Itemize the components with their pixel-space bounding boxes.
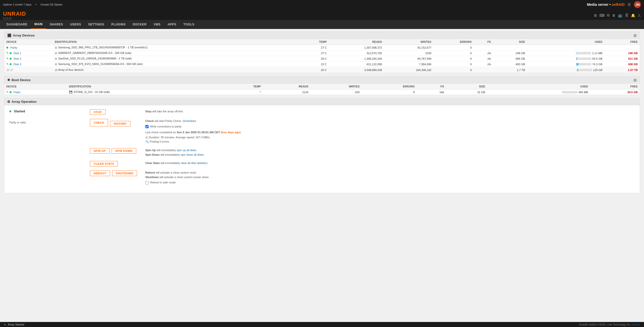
boot-device-section: ❋ Boot Device ▦ DEVICE IDENTIFICATION TE… bbox=[4, 76, 640, 95]
device-icons: ⊞ ⊟ bbox=[6, 68, 13, 72]
boot-col-temp: TEMP bbox=[222, 84, 263, 89]
reboot-desc: Reboot will activate a clean system rese… bbox=[145, 171, 635, 185]
menu-icon[interactable]: ☰ bbox=[628, 3, 631, 7]
edit-icon[interactable]: ✎ bbox=[6, 57, 9, 60]
history-button[interactable]: HISTORY bbox=[110, 121, 131, 126]
spin-down-link[interactable]: spin down all disks bbox=[181, 153, 204, 156]
nav-main[interactable]: MAIN bbox=[31, 20, 46, 29]
started-text: Started bbox=[14, 109, 25, 113]
stop-button[interactable]: STOP bbox=[90, 109, 106, 115]
boot-col-id: IDENTIFICATION bbox=[67, 84, 222, 89]
version: 6.12.13 bbox=[3, 17, 26, 20]
schedule-link[interactable]: (Schedule) bbox=[183, 119, 196, 122]
col-reads: READS bbox=[329, 39, 384, 45]
new-tab-icon[interactable]: ⊞ bbox=[594, 13, 597, 17]
device-size bbox=[493, 45, 527, 50]
edit-icon[interactable]: ✎ bbox=[6, 62, 9, 66]
nav-shares[interactable]: SHARES bbox=[46, 20, 66, 29]
logo: UNRAID bbox=[3, 11, 26, 17]
clear-stats-button[interactable]: CLEAR STATS bbox=[90, 161, 118, 167]
op-buttons-stop: STOP bbox=[90, 109, 145, 115]
used-bar bbox=[577, 69, 592, 71]
server-name: Media server • unRAID bbox=[587, 3, 625, 7]
used-bar bbox=[576, 63, 591, 66]
parity-link[interactable]: Parity bbox=[10, 46, 17, 49]
boot-icon: ❋ bbox=[7, 78, 10, 82]
device-id: 💾STORE_N_GO - 31 GB (sdb) bbox=[67, 89, 222, 95]
boot-col-device: DEVICE bbox=[4, 84, 67, 89]
avatar[interactable]: JM bbox=[634, 1, 641, 8]
device-fs bbox=[474, 45, 493, 50]
device-errors: 0 bbox=[433, 45, 474, 50]
nav-docker[interactable]: DOCKER bbox=[129, 20, 150, 29]
boot-col-writes: WRITES bbox=[310, 84, 362, 89]
spin-down-button[interactable]: SPIN DOWN bbox=[112, 148, 136, 154]
device-temp: * bbox=[222, 89, 263, 95]
duration-icon: ◎ bbox=[145, 136, 148, 139]
col-errors: ERRORS bbox=[433, 39, 474, 45]
bell-icon[interactable]: 🔔 bbox=[631, 13, 635, 17]
copy-icon[interactable]: ⧉ bbox=[607, 13, 609, 17]
spin-up-button[interactable]: SPIN UP bbox=[90, 148, 110, 154]
disk-status-dot bbox=[10, 63, 12, 65]
device-fs: zfs bbox=[474, 61, 493, 67]
monitor-icon[interactable]: 📺 bbox=[618, 13, 622, 17]
array-devices-table: DEVICE IDENTIFICATION TEMP READS WRITES … bbox=[4, 39, 640, 73]
grid-icon[interactable]: ▦ bbox=[633, 33, 637, 37]
safe-mode-checkbox[interactable] bbox=[145, 181, 149, 184]
flash-link[interactable]: Flash bbox=[14, 91, 20, 94]
op-row-spin: SPIN UP SPIN DOWN Spin Up will immediate… bbox=[9, 148, 635, 157]
device-free: 248 GB bbox=[604, 50, 640, 56]
check-button[interactable]: CHECK bbox=[90, 119, 108, 126]
device-used: 1.11 MB bbox=[527, 50, 604, 56]
stop-desc: Stop will take the array off-line. bbox=[145, 109, 635, 114]
top-bar: Uptime 1 month 7 days • Unraid OS Starte… bbox=[0, 0, 644, 9]
device-id: ▤Samsung_SSD_980_PRO_1TB_S5GXNX0W909073F… bbox=[53, 45, 299, 50]
array-op-body: Started STOP Stop will take the array of… bbox=[4, 105, 640, 193]
shutdown-button[interactable]: SHUTDOWN bbox=[112, 171, 137, 176]
device-size: 248 GB bbox=[493, 50, 527, 56]
nav-apps[interactable]: APPS bbox=[164, 20, 180, 29]
boot-col-reads: READS bbox=[263, 84, 311, 89]
spin-up-link[interactable]: spin up all disks bbox=[177, 149, 196, 152]
duration-text: Duration: 39 minutes. Average speed: 427… bbox=[149, 136, 210, 139]
server-icon[interactable]: 🗄 bbox=[625, 13, 628, 17]
terminal-icon[interactable]: ⌨ bbox=[599, 13, 604, 17]
safe-mode-label: Reboot in safe mode bbox=[150, 180, 176, 185]
device-size: 31 GB bbox=[446, 89, 487, 95]
edit-icon[interactable]: ✎ bbox=[6, 90, 9, 94]
device-temp: 22 C bbox=[299, 61, 329, 67]
header: UNRAID 6.12.13 ⊞ ⌨ ⧉ 🖥 📺 🗄 🔔 ⚠ bbox=[0, 9, 644, 20]
nav-users[interactable]: USERS bbox=[66, 20, 85, 29]
op-buttons-reboot: REBOOT SHUTDOWN bbox=[90, 171, 145, 176]
device-errors: 0 bbox=[362, 89, 417, 95]
nav-plugins[interactable]: PLUGINS bbox=[108, 20, 129, 29]
reboot-button[interactable]: REBOOT bbox=[90, 171, 110, 176]
col-used: USED bbox=[527, 39, 604, 45]
device-used: 129 GB bbox=[527, 67, 604, 73]
device-reads: 312,574,792 bbox=[329, 50, 384, 56]
disk-link[interactable]: Disk 2 bbox=[14, 57, 21, 60]
boot-grid-icon[interactable]: ▦ bbox=[633, 78, 637, 82]
nav-vms[interactable]: VMS bbox=[150, 20, 164, 29]
edit-icon[interactable]: ✎ bbox=[6, 51, 9, 55]
top-icons: ☰ bbox=[628, 3, 631, 7]
nav-settings[interactable]: SETTINGS bbox=[85, 20, 108, 29]
clear-stats-link[interactable]: clear all disk statistics bbox=[181, 161, 208, 165]
disk-link[interactable]: Disk 3 bbox=[14, 63, 21, 66]
op-buttons-spin: SPIN UP SPIN DOWN bbox=[90, 148, 145, 154]
write-corrections-checkbox[interactable] bbox=[145, 125, 149, 128]
desktop-icon[interactable]: 🖥 bbox=[612, 13, 616, 17]
device-id: ▤SanDisk_SSD_PLUS_1000GB_241855803680 - … bbox=[53, 56, 299, 61]
array-op-icon: ✿ bbox=[7, 100, 10, 104]
alert-icon[interactable]: ⚠ bbox=[638, 13, 641, 17]
nav-dashboard[interactable]: DASHBOARD bbox=[3, 20, 31, 29]
device-size: 483 GB bbox=[493, 61, 527, 67]
disk-link[interactable]: Disk 1 bbox=[14, 52, 21, 55]
op-row-started: Started STOP Stop will take the array of… bbox=[9, 109, 635, 115]
last-check-label: Last check completed on bbox=[145, 131, 176, 134]
edition-text: Unraid OS Starter bbox=[41, 3, 62, 6]
nav-tools[interactable]: TOOLS bbox=[180, 20, 198, 29]
device-fs: vfat bbox=[417, 89, 446, 95]
stop-label: Stop bbox=[145, 110, 151, 113]
